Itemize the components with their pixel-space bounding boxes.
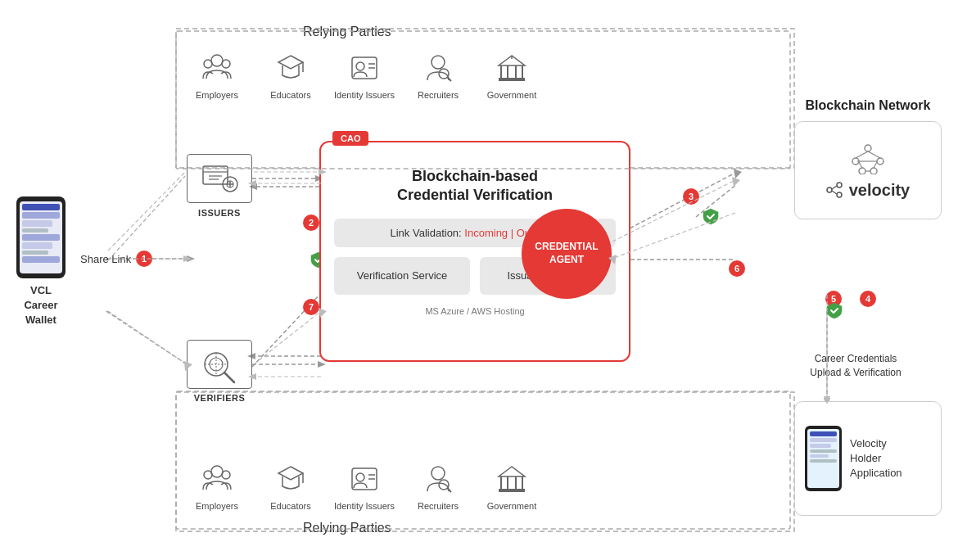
screen-row-2 <box>22 212 60 219</box>
vcl-wallet: VCLCareerWallet <box>16 196 66 328</box>
icon-educators-bottom: Educators <box>254 460 328 511</box>
relying-parties-bottom-label: Relying Parties <box>303 521 391 535</box>
svg-line-20 <box>106 311 187 364</box>
svg-point-77 <box>877 158 883 165</box>
screen-row-6 <box>22 242 52 249</box>
svg-point-44 <box>204 60 212 68</box>
blockchain-network-title: Blockchain Network <box>794 98 942 113</box>
relying-parties-top-label: Relying Parties <box>303 25 391 39</box>
educators-icon-top <box>272 49 310 87</box>
svg-point-96 <box>356 473 364 481</box>
svg-point-51 <box>432 56 445 69</box>
recruiters-label-top: Recruiters <box>418 90 459 100</box>
employers-icon-top <box>198 49 236 87</box>
verification-service-box: Verification Service <box>334 257 470 295</box>
hp-row-4 <box>810 449 837 453</box>
screen-row-8 <box>22 256 60 263</box>
blockchain-section: Blockchain Network <box>794 98 942 219</box>
shield-icon-3 <box>702 207 720 225</box>
svg-point-75 <box>865 145 871 151</box>
shield-badge-5 <box>825 301 843 323</box>
icon-recruiters-bottom: Recruiters <box>401 460 475 511</box>
government-icon-top <box>493 49 531 87</box>
svg-line-41 <box>108 311 187 364</box>
svg-line-82 <box>859 162 862 168</box>
svg-line-90 <box>832 191 837 194</box>
velocity-share-icon <box>826 182 843 198</box>
svg-line-83 <box>874 162 877 168</box>
holder-phone <box>805 426 842 491</box>
holder-app-box: VelocityHolderApplication <box>794 401 942 516</box>
issuers-icon <box>199 162 240 195</box>
svg-marker-108 <box>499 467 525 476</box>
educators-icon-bottom <box>272 460 310 498</box>
vcl-phone-mockup <box>16 196 66 278</box>
hosting-label: MS Azure / AWS Hosting <box>334 306 616 316</box>
svg-rect-62 <box>203 166 228 184</box>
svg-point-79 <box>870 168 877 174</box>
svg-point-88 <box>837 192 842 197</box>
svg-line-72 <box>224 373 234 382</box>
credential-agent: CREDENTIAL AGENT <box>522 209 612 299</box>
svg-point-48 <box>356 62 364 70</box>
issuers-label: ISSUERS <box>187 208 252 218</box>
identity-issuers-label-top: Identity Issuers <box>334 90 395 100</box>
svg-point-93 <box>222 471 230 479</box>
recruiters-icon-top <box>419 49 457 87</box>
svg-point-43 <box>211 55 223 66</box>
icon-government-top: Government <box>475 49 549 100</box>
velocity-network-icon <box>847 142 888 174</box>
recruiters-icon-bottom <box>419 460 457 498</box>
svg-line-80 <box>856 151 868 158</box>
employers-label-bottom: Employers <box>196 501 238 511</box>
holder-app-label: VelocityHolderApplication <box>850 436 902 481</box>
svg-marker-10 <box>734 169 742 178</box>
vcl-phone-screen <box>20 201 62 273</box>
badge-3: 3 <box>683 188 699 205</box>
svg-line-35 <box>254 311 321 364</box>
svg-line-53 <box>447 77 451 81</box>
badge-6: 6 <box>729 260 745 277</box>
hp-row-5 <box>810 454 829 458</box>
link-validation-incoming: Incoming <box>464 227 508 239</box>
velocity-logo-text: velocity <box>849 181 910 200</box>
link-validation-text: Link Validation: <box>391 227 462 239</box>
top-icons-row: Employers Educators Identity Issuers <box>180 49 549 100</box>
share-link: Share Link 1 <box>80 251 152 267</box>
verification-service-label: Verification Service <box>357 269 448 282</box>
svg-line-89 <box>832 186 837 189</box>
employers-label-top: Employers <box>196 90 238 100</box>
svg-point-91 <box>211 466 223 477</box>
vcl-wallet-label: VCLCareerWallet <box>24 283 57 328</box>
velocity-logo-row: velocity <box>826 181 910 200</box>
shield-badge-3 <box>702 207 720 228</box>
badge-4: 4 <box>860 291 876 307</box>
svg-marker-30 <box>732 177 740 187</box>
government-label-top: Government <box>487 90 537 100</box>
screen-row-5 <box>22 234 60 241</box>
badge-1: 1 <box>136 251 152 267</box>
svg-point-92 <box>204 471 212 479</box>
icon-identity-issuers-top: Identity Issuers <box>328 49 401 100</box>
verifiers-label: VERIFIERS <box>187 393 252 403</box>
hp-row-6 <box>810 459 837 463</box>
share-link-text: Share Link <box>80 253 131 265</box>
icon-employers-top: Employers <box>180 49 254 100</box>
issuers-box <box>187 154 252 203</box>
svg-point-87 <box>837 183 842 187</box>
verifiers-box <box>187 340 252 389</box>
svg-marker-17 <box>318 361 326 368</box>
government-icon-bottom <box>493 460 531 498</box>
svg-line-24 <box>108 172 185 251</box>
svg-point-45 <box>222 60 230 68</box>
icon-recruiters-top: Recruiters <box>401 49 475 100</box>
recruiters-label-bottom: Recruiters <box>418 501 459 511</box>
cao-tag: CAO <box>332 131 368 146</box>
bottom-icons-row: Employers Educators Identity Issuers <box>180 460 549 511</box>
screen-row-3 <box>22 220 52 227</box>
icon-identity-issuers-bottom: Identity Issuers <box>328 460 401 511</box>
hp-row-3 <box>810 444 831 448</box>
educators-label-bottom: Educators <box>270 501 311 511</box>
government-label-bottom: Government <box>487 501 537 511</box>
badge-2: 2 <box>303 215 319 231</box>
